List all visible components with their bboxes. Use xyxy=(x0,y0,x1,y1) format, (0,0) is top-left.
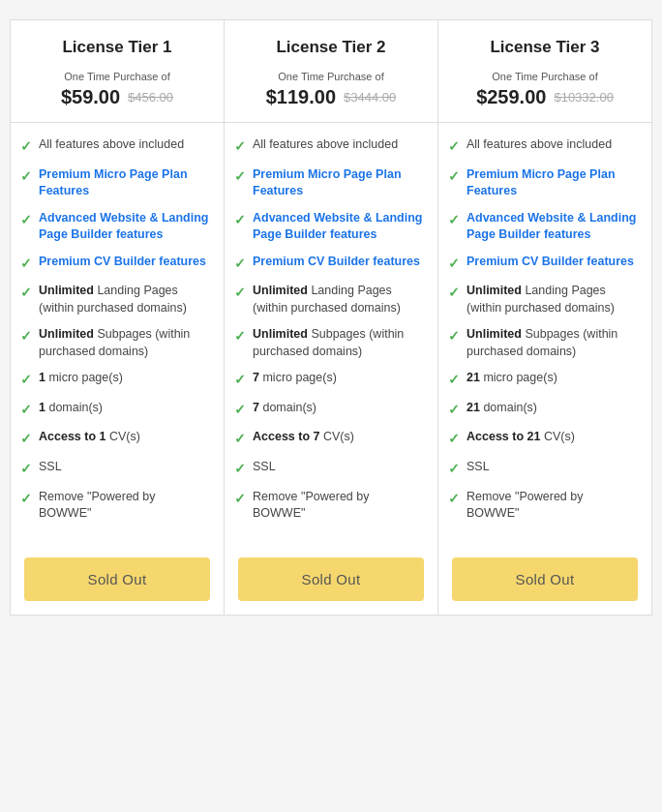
card-footer-tier2: Sold Out xyxy=(225,546,437,615)
feature-text: 21 micro page(s) xyxy=(466,370,557,387)
checkmark-icon: ✓ xyxy=(20,490,32,509)
card-features-tier2: ✓All features above included✓Premium Mic… xyxy=(225,123,437,546)
checkmark-icon: ✓ xyxy=(448,430,460,449)
checkmark-icon: ✓ xyxy=(234,371,246,390)
feature-item: ✓7 domain(s) xyxy=(234,400,424,420)
feature-item: ✓Advanced Website & Landing Page Builder… xyxy=(234,210,424,244)
price-current-tier2: $119.00 xyxy=(266,86,336,108)
feature-bold-text: 7 xyxy=(253,371,262,384)
checkmark-icon: ✓ xyxy=(448,167,460,187)
feature-text: 7 domain(s) xyxy=(253,400,316,417)
card-features-tier1: ✓All features above included✓Premium Mic… xyxy=(11,123,224,546)
feature-text: SSL xyxy=(39,459,62,476)
feature-text: Premium CV Builder features xyxy=(466,254,634,271)
feature-text: SSL xyxy=(253,459,276,476)
card-footer-tier1: Sold Out xyxy=(11,546,224,615)
feature-link[interactable]: Premium CV Builder features xyxy=(39,255,206,268)
checkmark-icon: ✓ xyxy=(448,371,460,390)
price-label-tier1: One Time Purchase of xyxy=(22,71,212,82)
checkmark-icon: ✓ xyxy=(234,211,246,230)
feature-item: ✓Access to 21 CV(s) xyxy=(448,429,638,449)
checkmark-icon: ✓ xyxy=(20,255,32,274)
feature-item: ✓Access to 1 CV(s) xyxy=(20,429,210,449)
feature-text: Remove "Powered by BOWWE" xyxy=(39,489,210,523)
feature-item: ✓Unlimited Subpages (within purchased do… xyxy=(234,326,424,360)
feature-text: Unlimited Subpages (within purchased dom… xyxy=(39,326,210,360)
checkmark-icon: ✓ xyxy=(448,137,460,157)
feature-item: ✓7 micro page(s) xyxy=(234,370,424,390)
feature-text: Remove "Powered by BOWWE" xyxy=(466,489,638,523)
feature-text: Premium CV Builder features xyxy=(253,254,420,271)
checkmark-icon: ✓ xyxy=(20,167,32,187)
price-label-tier2: One Time Purchase of xyxy=(236,71,426,82)
feature-text: All features above included xyxy=(253,136,398,154)
checkmark-icon: ✓ xyxy=(234,460,246,479)
feature-bold-text: Unlimited xyxy=(466,284,525,297)
checkmark-icon: ✓ xyxy=(234,490,246,509)
card-title-tier3: License Tier 3 xyxy=(450,38,640,57)
sold-out-button-tier2[interactable]: Sold Out xyxy=(238,557,424,601)
feature-bold-text: 7 xyxy=(253,401,262,414)
feature-item: ✓All features above included xyxy=(20,136,210,157)
feature-text: Unlimited Landing Pages (within purchase… xyxy=(39,283,210,316)
checkmark-icon: ✓ xyxy=(20,401,32,420)
feature-bold-text: Unlimited xyxy=(253,327,311,341)
checkmark-icon: ✓ xyxy=(448,284,460,303)
feature-text: Access to 1 CV(s) xyxy=(39,429,140,446)
feature-bold-text: Access to 7 xyxy=(253,430,323,443)
price-row-tier3: $259.00$10332.00 xyxy=(450,86,640,108)
feature-item: ✓All features above included xyxy=(448,136,638,157)
feature-item: ✓1 domain(s) xyxy=(20,400,210,420)
feature-link[interactable]: Advanced Website & Landing Page Builder … xyxy=(466,211,637,242)
feature-bold-text: 1 xyxy=(39,401,48,414)
feature-item: ✓Premium CV Builder features xyxy=(448,254,638,274)
checkmark-icon: ✓ xyxy=(20,371,32,390)
checkmark-icon: ✓ xyxy=(20,430,32,449)
feature-link[interactable]: Premium Micro Page Plan Features xyxy=(39,167,188,198)
sold-out-button-tier1[interactable]: Sold Out xyxy=(24,557,210,601)
checkmark-icon: ✓ xyxy=(448,327,460,346)
feature-link[interactable]: Premium CV Builder features xyxy=(466,255,634,268)
feature-text: 7 micro page(s) xyxy=(253,370,337,387)
feature-text: Remove "Powered by BOWWE" xyxy=(253,489,424,523)
checkmark-icon: ✓ xyxy=(20,137,32,157)
feature-item: ✓Unlimited Subpages (within purchased do… xyxy=(448,326,638,360)
checkmark-icon: ✓ xyxy=(448,460,460,479)
sold-out-button-tier3[interactable]: Sold Out xyxy=(452,557,638,601)
price-row-tier2: $119.00$3444.00 xyxy=(236,86,426,108)
feature-item: ✓Premium CV Builder features xyxy=(234,254,424,274)
feature-item: ✓21 domain(s) xyxy=(448,400,638,420)
feature-link[interactable]: Advanced Website & Landing Page Builder … xyxy=(39,211,209,242)
checkmark-icon: ✓ xyxy=(448,255,460,274)
price-current-tier3: $259.00 xyxy=(476,86,546,108)
feature-link[interactable]: Premium CV Builder features xyxy=(253,255,420,268)
card-footer-tier3: Sold Out xyxy=(438,546,651,615)
feature-text: Advanced Website & Landing Page Builder … xyxy=(39,210,210,244)
feature-item: ✓21 micro page(s) xyxy=(448,370,638,390)
feature-item: ✓Remove "Powered by BOWWE" xyxy=(20,489,210,523)
feature-bold-text: 1 xyxy=(39,371,48,384)
card-title-tier2: License Tier 2 xyxy=(236,38,426,57)
feature-text: Unlimited Subpages (within purchased dom… xyxy=(253,326,424,360)
feature-bold-text: 21 xyxy=(466,371,483,384)
price-original-tier2: $3444.00 xyxy=(344,90,396,105)
checkmark-icon: ✓ xyxy=(234,137,246,157)
feature-item: ✓SSL xyxy=(234,459,424,479)
feature-item: ✓Remove "Powered by BOWWE" xyxy=(234,489,424,523)
pricing-card-tier1: License Tier 1One Time Purchase of$59.00… xyxy=(11,20,225,615)
feature-link[interactable]: Premium Micro Page Plan Features xyxy=(253,167,402,198)
feature-text: Premium Micro Page Plan Features xyxy=(253,166,424,200)
card-header-tier3: License Tier 3One Time Purchase of$259.0… xyxy=(438,20,651,123)
feature-text: Unlimited Subpages (within purchased dom… xyxy=(466,326,638,360)
feature-item: ✓Unlimited Subpages (within purchased do… xyxy=(20,326,210,360)
feature-text: 1 micro page(s) xyxy=(39,370,123,387)
card-title-tier1: License Tier 1 xyxy=(22,38,212,57)
feature-text: 21 domain(s) xyxy=(466,400,537,417)
feature-item: ✓Premium Micro Page Plan Features xyxy=(448,166,638,200)
price-current-tier1: $59.00 xyxy=(61,86,120,108)
feature-link[interactable]: Advanced Website & Landing Page Builder … xyxy=(253,211,423,242)
checkmark-icon: ✓ xyxy=(20,327,32,346)
feature-link[interactable]: Premium Micro Page Plan Features xyxy=(466,167,616,198)
feature-bold-text: Unlimited xyxy=(39,327,97,341)
feature-text: Premium Micro Page Plan Features xyxy=(39,166,210,200)
